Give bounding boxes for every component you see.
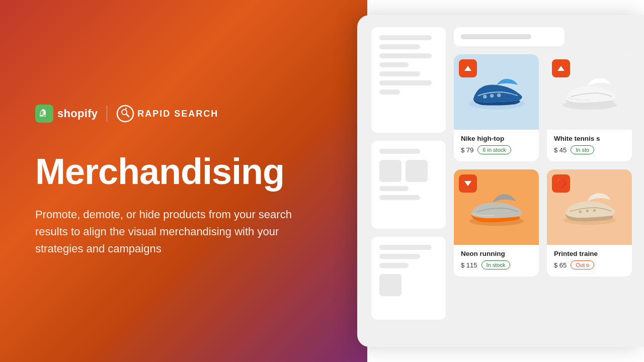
product-card[interactable]: Nike high-top $ 79 6 in stock xyxy=(454,54,539,161)
product-info: Printed traine $ 65 Out o xyxy=(547,245,632,269)
skel-block xyxy=(379,274,401,296)
skel-line xyxy=(379,186,409,191)
product-name: White tennis s xyxy=(554,135,625,142)
product-info: Nike high-top $ 79 6 in stock xyxy=(454,130,539,154)
search-bar-inner xyxy=(461,34,531,39)
logo-bar: shopify RAPID SEARCH xyxy=(35,105,332,123)
skel-line xyxy=(379,89,400,95)
svg-point-11 xyxy=(579,211,582,214)
skel-line xyxy=(379,263,409,268)
skel-block xyxy=(379,160,401,182)
product-area: Nike high-top $ 79 6 in stock White tenn… xyxy=(454,27,632,335)
skel-line xyxy=(379,71,420,76)
skel-line xyxy=(379,53,432,58)
skel-line xyxy=(379,245,432,250)
demote-arrow-down-icon xyxy=(464,181,471,186)
skeleton-card-2 xyxy=(371,141,446,229)
product-price: $ 79 xyxy=(461,146,473,154)
product-price-row: $ 79 6 in stock xyxy=(461,145,532,154)
promote-arrow-up-icon xyxy=(464,66,471,71)
product-image-wrap xyxy=(454,169,539,245)
skel-line xyxy=(379,149,420,154)
product-price: $ 115 xyxy=(461,261,477,269)
svg-marker-3 xyxy=(125,108,127,110)
skeleton-card-3 xyxy=(371,237,446,320)
skel-block xyxy=(406,160,428,182)
hide-eye-slash-icon: 🚫 xyxy=(556,179,566,188)
shopify-label: shopify xyxy=(57,107,98,120)
stock-badge: In stock xyxy=(481,260,511,269)
skel-line xyxy=(379,195,420,200)
product-info: White tennis s $ 45 In sto xyxy=(547,130,632,154)
shopify-bag-icon xyxy=(35,105,53,123)
page-title: Merchandising xyxy=(35,153,332,191)
products-grid: Nike high-top $ 79 6 in stock White tenn… xyxy=(454,54,632,277)
skel-line xyxy=(379,254,420,259)
product-name: Nike high-top xyxy=(461,135,532,142)
product-badge-demote[interactable] xyxy=(459,174,477,193)
skel-line xyxy=(379,44,420,49)
svg-point-7 xyxy=(497,94,500,97)
product-price-row: $ 45 In sto xyxy=(554,145,625,154)
svg-point-12 xyxy=(586,210,589,213)
product-name: Printed traine xyxy=(554,250,625,257)
svg-point-6 xyxy=(490,94,494,98)
svg-point-13 xyxy=(593,209,596,212)
product-badge-promote[interactable] xyxy=(459,59,477,77)
product-badge-hide[interactable]: 🚫 xyxy=(552,174,570,193)
shopify-logo: shopify xyxy=(35,105,98,123)
product-price: $ 45 xyxy=(554,146,567,154)
product-card[interactable]: 🚫 Printed traine $ 65 Out o xyxy=(547,169,632,277)
skel-line xyxy=(379,62,409,67)
left-panel: shopify RAPID SEARCH Merchandising Promo… xyxy=(0,0,367,362)
skeleton-sidebar xyxy=(371,27,446,335)
promote-arrow-up-icon xyxy=(557,66,565,71)
rapidsearch-label: RAPID SEARCH xyxy=(137,109,218,119)
product-image-wrap xyxy=(454,54,539,130)
product-price-row: $ 115 In stock xyxy=(461,260,532,269)
svg-line-2 xyxy=(126,114,129,117)
rapidsearch-icon xyxy=(116,105,134,123)
stock-badge: Out o xyxy=(571,260,594,269)
product-price: $ 65 xyxy=(554,261,567,269)
shopify-icon xyxy=(39,108,50,119)
page-subtitle: Promote, demote, or hide products from y… xyxy=(35,206,322,257)
product-price-row: $ 65 Out o xyxy=(554,260,625,269)
skel-line xyxy=(379,35,432,40)
stock-badge: In sto xyxy=(571,145,594,154)
stock-badge: 6 in stock xyxy=(477,145,511,154)
rapidsearch-logo: RAPID SEARCH xyxy=(116,105,218,123)
product-name: Neon running xyxy=(461,250,532,257)
skeleton-card-1 xyxy=(371,27,446,133)
product-card[interactable]: Neon running $ 115 In stock xyxy=(454,169,539,277)
skel-line xyxy=(379,80,432,85)
logo-divider xyxy=(107,106,107,122)
search-bar-mock[interactable] xyxy=(454,27,565,46)
search-bar-area xyxy=(454,27,632,46)
product-badge-promote[interactable] xyxy=(552,59,570,77)
product-image-wrap xyxy=(547,54,632,130)
product-image-wrap: 🚫 xyxy=(547,169,632,245)
product-card[interactable]: White tennis s $ 45 In sto xyxy=(547,54,632,161)
svg-point-5 xyxy=(483,95,487,99)
product-info: Neon running $ 115 In stock xyxy=(454,245,539,269)
right-panel: Nike high-top $ 79 6 in stock White tenn… xyxy=(357,15,644,347)
